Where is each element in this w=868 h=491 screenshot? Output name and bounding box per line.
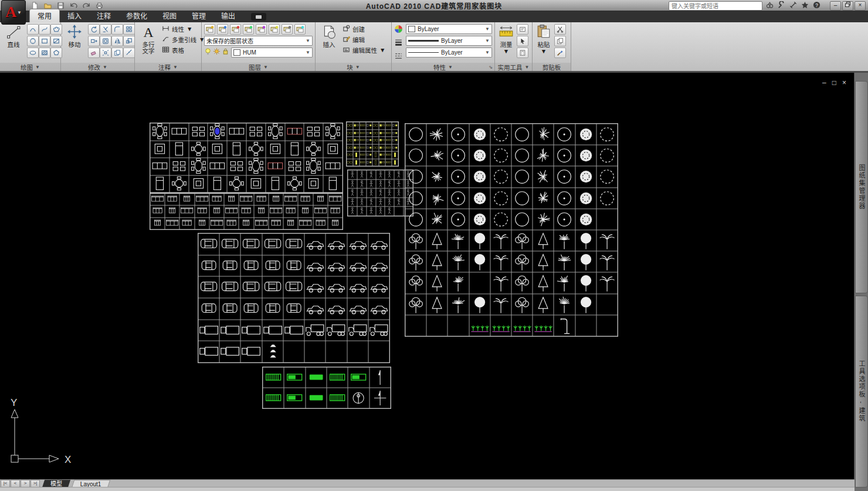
help-icon[interactable]: ?: [813, 1, 820, 11]
mtext-button[interactable]: A 多行文字: [137, 24, 160, 55]
trim-button[interactable]: [100, 24, 111, 35]
lineweight-icon[interactable]: [394, 38, 403, 49]
cut-scissors-button[interactable]: [554, 24, 566, 35]
hatch-button[interactable]: [39, 48, 50, 58]
join-button[interactable]: [123, 48, 135, 58]
calc-button[interactable]: [517, 48, 528, 58]
cad-block: [379, 144, 385, 152]
undo-icon[interactable]: [68, 1, 79, 10]
panel-label-properties[interactable]: 特性▼ ⇘: [392, 63, 494, 71]
drawing-minimize-button[interactable]: –: [822, 79, 826, 87]
layer-walk-button[interactable]: [294, 24, 306, 35]
field-button[interactable]: [517, 24, 528, 35]
minimize-button[interactable]: –: [830, 1, 841, 11]
array-button[interactable]: [123, 24, 135, 35]
insert-block-button[interactable]: 插入: [318, 24, 340, 48]
fillet-button[interactable]: [111, 24, 123, 35]
wrench-icon[interactable]: [778, 1, 785, 11]
layer-isolate-button[interactable]: [243, 24, 254, 35]
polygon-button[interactable]: [50, 48, 62, 58]
ellipse-button[interactable]: [27, 48, 39, 58]
match-brush-button[interactable]: [554, 48, 566, 58]
arc-button[interactable]: [27, 24, 39, 35]
paste-button[interactable]: 粘贴 ▼: [535, 24, 552, 55]
restore-button[interactable]: [842, 1, 853, 11]
drawing-restore-button[interactable]: □: [832, 79, 836, 87]
print-icon[interactable]: [94, 1, 104, 10]
erase-button[interactable]: [88, 48, 100, 58]
layer-freeze-button[interactable]: [256, 24, 267, 35]
panel-label-draw[interactable]: 绘图▼: [0, 63, 60, 71]
search-binoculars-icon[interactable]: [766, 1, 774, 11]
layer-lock-button[interactable]: [282, 24, 293, 35]
mirror-button[interactable]: [111, 36, 123, 46]
ribbon-options-icon[interactable]: [251, 13, 266, 21]
create-block-button[interactable]: 创建: [343, 24, 385, 33]
region-button[interactable]: [50, 36, 62, 46]
ribbon-tab-管理[interactable]: 管理: [184, 9, 213, 22]
satellite-icon[interactable]: [789, 1, 797, 11]
dialog-launcher-icon[interactable]: ⇘: [489, 65, 493, 70]
rect-button[interactable]: [39, 36, 50, 46]
stretch-button[interactable]: [88, 36, 100, 46]
ribbon-tab-插入[interactable]: 插入: [60, 9, 89, 22]
edit-block-button[interactable]: 编辑: [343, 35, 385, 44]
measure-button[interactable]: 测量 ▼: [497, 24, 515, 55]
close-button[interactable]: ×: [855, 1, 866, 11]
layer-dropdown[interactable]: HUM▼: [231, 48, 313, 57]
chevron-down-icon: ▼: [448, 65, 453, 70]
multileader-button[interactable]: 多重引线▼: [162, 35, 205, 44]
panel-label-utilities[interactable]: 实用工具▼: [495, 63, 532, 71]
ribbon-tab-常用[interactable]: 常用: [29, 9, 60, 22]
ribbon-tab-视图[interactable]: 视图: [155, 9, 184, 22]
search-input[interactable]: [669, 1, 762, 11]
dim-linear-button[interactable]: 线性▼: [162, 24, 205, 33]
copy-pages-button[interactable]: [554, 36, 566, 46]
panel-label-layers[interactable]: 图层▼: [202, 63, 315, 71]
star-icon[interactable]: [801, 1, 809, 11]
ribbon-tab-注释[interactable]: 注释: [89, 9, 118, 22]
application-menu-button[interactable]: A ▼: [1, 0, 26, 25]
lock-icon[interactable]: [222, 47, 229, 57]
offset-button[interactable]: [100, 36, 111, 46]
cad-block: [150, 205, 165, 217]
sun-icon[interactable]: [213, 47, 221, 57]
cad-block: [554, 315, 575, 336]
panel-label-modify[interactable]: 修改▼: [61, 63, 134, 71]
scale-button[interactable]: [123, 36, 135, 46]
explode-button[interactable]: [100, 48, 111, 58]
layer-properties-button[interactable]: [204, 24, 215, 35]
layer-match-button[interactable]: [217, 24, 228, 35]
line-button[interactable]: 直线: [2, 24, 25, 48]
sheet-set-manager-tab[interactable]: 图纸集管理器: [855, 81, 868, 293]
chevron-down-icon: ▼: [263, 65, 268, 70]
panel-clipboard: 粘贴 ▼ 剪贴板: [533, 22, 571, 71]
panel-label-block[interactable]: 块▼: [316, 63, 391, 71]
rotate-button[interactable]: [88, 24, 100, 35]
drawing-close-button[interactable]: ×: [842, 79, 846, 87]
move-button[interactable]: 移动: [63, 24, 86, 48]
bulb-icon[interactable]: [204, 47, 212, 57]
edit-attributes-button[interactable]: 编辑属性▼: [343, 45, 385, 55]
color-wheel-icon[interactable]: [394, 25, 403, 36]
ribbon-tab-输出[interactable]: 输出: [213, 9, 243, 22]
tool-palettes-tab[interactable]: 工具选项板 - 建筑: [855, 296, 868, 487]
layer-state-dropdown[interactable]: 未保存的图层状态▼: [204, 36, 313, 46]
layer-off-button[interactable]: [269, 24, 280, 35]
lineweight-dropdown[interactable]: ByLayer▼: [406, 36, 492, 46]
ribbon-tab-参数化[interactable]: 参数化: [118, 9, 155, 22]
copy-obj-button[interactable]: [111, 48, 123, 58]
cursor-button[interactable]: [517, 36, 528, 46]
layer-prev-button[interactable]: [230, 24, 241, 35]
table-button[interactable]: 表格: [162, 45, 205, 55]
linetype-dropdown[interactable]: ByLayer▼: [406, 48, 492, 57]
panel-label-annotate[interactable]: 注释▼: [135, 63, 201, 71]
drawing-canvas[interactable]: – □ × Y X: [0, 73, 855, 480]
redo-icon[interactable]: [81, 1, 91, 10]
object-color-dropdown[interactable]: ByLayer▼: [406, 24, 492, 34]
panel-label-clipboard[interactable]: 剪贴板: [533, 63, 571, 71]
linetype-icon[interactable]: [394, 52, 403, 63]
spline-button[interactable]: [39, 24, 50, 35]
circle-button[interactable]: [27, 36, 39, 46]
revcloud-button[interactable]: [50, 24, 62, 35]
